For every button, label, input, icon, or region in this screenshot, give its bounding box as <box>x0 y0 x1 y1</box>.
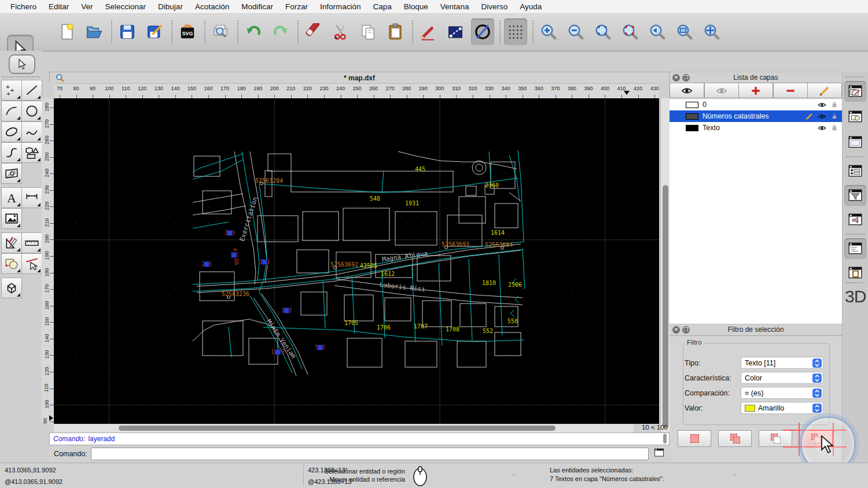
selection-marker <box>275 350 281 355</box>
filter-select-comparación[interactable]: = (es) <box>741 387 823 399</box>
command-line-toggle-button[interactable] <box>844 238 866 259</box>
layer-row-icons[interactable] <box>805 112 838 121</box>
save-button[interactable] <box>116 19 139 45</box>
menu-información[interactable]: Información <box>320 2 361 11</box>
filter-panel-body: Filtro Tipo:Texto [11]Característica:Col… <box>670 335 842 430</box>
document-title-bar[interactable]: * map.dxf <box>49 72 670 83</box>
grid-button[interactable] <box>504 19 527 45</box>
mouse-cursor <box>821 435 836 454</box>
cut-button[interactable]: + <box>329 19 352 45</box>
auto-zoom-button[interactable] <box>591 19 615 45</box>
menu-modificar[interactable]: Modificar <box>241 2 273 11</box>
ruler-tool-tool-button[interactable] <box>21 232 42 253</box>
menu-capa[interactable]: Capa <box>373 2 392 11</box>
copy-button[interactable] <box>356 19 380 45</box>
tool-info-toggle-button[interactable] <box>844 209 866 230</box>
clipboard-panel-toggle-button[interactable] <box>844 263 866 283</box>
zoom-in-button[interactable] <box>537 19 560 45</box>
box3d-tool-button[interactable] <box>1 278 22 298</box>
menu-forzar[interactable]: Forzar <box>285 2 308 11</box>
menu-dibujar[interactable]: Dibujar <box>158 2 183 11</box>
arc-tool-button[interactable] <box>1 101 22 121</box>
hatch-tool-button[interactable] <box>1 163 22 184</box>
layer-row-icons[interactable] <box>817 124 838 132</box>
filter-panel-header: ✕ ❐ Filtro de selección <box>670 324 842 336</box>
vertical-scrollbar[interactable] <box>660 98 670 432</box>
menu-ver[interactable]: Ver <box>81 2 93 11</box>
menu-editar[interactable]: Editar <box>49 2 69 11</box>
layer-row[interactable]: Texto <box>670 122 842 134</box>
layer-eye-off-button[interactable] <box>704 83 739 98</box>
polyline-edit-button[interactable] <box>444 19 467 45</box>
map-label: Laboris Nisi <box>379 281 425 293</box>
layer-row[interactable]: Números catastrales <box>670 110 842 122</box>
redo-button[interactable] <box>269 19 292 45</box>
pan-button[interactable] <box>700 19 723 45</box>
text-tool-button[interactable]: A <box>1 187 22 208</box>
menu-seleccionar[interactable]: Seleccionar <box>105 2 146 11</box>
layer-row[interactable]: 0 <box>670 99 842 110</box>
modify-shapes-tool-button[interactable] <box>1 253 22 274</box>
points-tool-button[interactable]: +++ <box>1 80 22 101</box>
selection-filter-toggle-button[interactable] <box>844 185 866 206</box>
menu-bar: FicheroEditarVerSeleccionarDibujarAcotac… <box>0 0 868 14</box>
zoom-selection-button[interactable] <box>619 19 642 45</box>
select-add-button[interactable] <box>718 430 752 447</box>
drawing-canvas[interactable]: 4452360548193116144350516121810250617051… <box>54 98 659 424</box>
svg-export-button[interactable]: SVG <box>176 19 199 45</box>
polyline-tool-button[interactable] <box>1 142 22 163</box>
paste-button[interactable] <box>384 19 407 45</box>
zoom-out-button[interactable] <box>564 19 587 45</box>
selection-pointer-button-2[interactable] <box>9 54 35 74</box>
undo-button[interactable] <box>242 19 265 45</box>
construction-tool-button[interactable] <box>1 232 22 253</box>
menu-fichero[interactable]: Fichero <box>10 2 36 11</box>
image-tool-button[interactable] <box>1 208 22 229</box>
layer-plus-button[interactable] <box>738 83 773 98</box>
shapes-tool-button[interactable] <box>21 142 42 163</box>
dimension-tool-button[interactable] <box>21 187 42 208</box>
select-remove-button[interactable] <box>759 430 792 447</box>
menu-diverso[interactable]: Diverso <box>481 2 507 11</box>
map-label: 550 <box>507 318 518 324</box>
spline-tool-button[interactable] <box>21 121 42 142</box>
vertical-scrollbar-thumb[interactable] <box>663 185 668 428</box>
draft-mode-button[interactable] <box>471 19 494 45</box>
circle-tool-button[interactable] <box>21 101 42 121</box>
map-label: 1614 <box>491 230 505 236</box>
menu-bloque[interactable]: Bloque <box>404 2 428 11</box>
previous-view-button[interactable] <box>646 19 669 45</box>
layer-pencil-edit-button[interactable] <box>807 83 842 98</box>
select-new-button[interactable] <box>678 430 711 447</box>
menu-ayuda[interactable]: Ayuda <box>520 2 542 11</box>
horizontal-scrollbar[interactable] <box>54 424 634 432</box>
open-file-button[interactable] <box>83 19 106 45</box>
layer-row-icons[interactable] <box>817 101 838 109</box>
print-preview-button[interactable] <box>209 19 232 45</box>
filter-select-tipo[interactable]: Texto [11] <box>741 357 823 369</box>
window-zoom-button[interactable] <box>673 19 696 45</box>
property-editor-toggle-button[interactable] <box>844 161 866 182</box>
pencil-button[interactable] <box>417 19 440 45</box>
filter-select-característica[interactable]: Color <box>741 372 823 384</box>
erase-button[interactable] <box>302 19 325 45</box>
ellipse-tool-button[interactable] <box>1 121 22 142</box>
history-scrollbar-thumb[interactable] <box>663 434 667 443</box>
menu-ventana[interactable]: Ventana <box>440 2 469 11</box>
command-input[interactable] <box>91 448 649 460</box>
map-label: 548 <box>370 195 380 202</box>
block-list-toggle-button[interactable] <box>844 106 866 127</box>
save-as-button[interactable] <box>143 19 166 45</box>
new-file-button[interactable] <box>56 19 79 45</box>
line-tool-button[interactable] <box>21 80 42 101</box>
library-toggle-button[interactable] <box>844 132 866 153</box>
command-window-button[interactable] <box>653 448 665 460</box>
horizontal-scrollbar-thumb[interactable] <box>119 426 556 431</box>
map-label: 1612 <box>381 271 395 277</box>
menu-acotación[interactable]: Acotación <box>195 2 229 11</box>
trim-tool-button[interactable] <box>21 253 42 274</box>
layer-minus-button[interactable] <box>773 83 808 98</box>
layer-eye-button[interactable] <box>670 83 704 98</box>
layer-list-toggle-button[interactable] <box>844 81 866 102</box>
filter-select-valor[interactable]: Amarillo <box>741 402 823 414</box>
